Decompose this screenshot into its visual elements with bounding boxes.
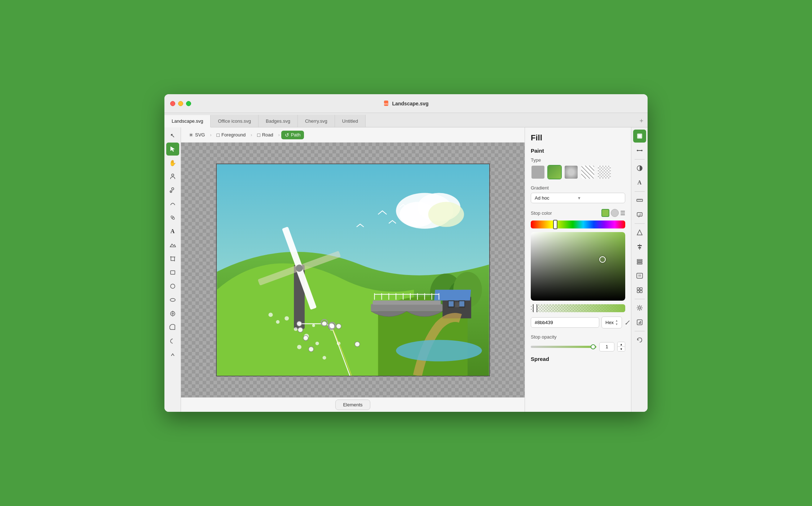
annotation-button[interactable] (633, 208, 646, 221)
eyedropper-button[interactable] (624, 317, 631, 328)
text-tool[interactable]: A (166, 225, 179, 238)
more-shapes-tool[interactable] (166, 348, 179, 361)
canvas-viewport[interactable] (181, 143, 525, 397)
opacity-step-down[interactable]: ▼ (618, 347, 625, 351)
pointer-tool[interactable] (166, 143, 179, 156)
select-tool[interactable]: ↖ (166, 129, 179, 142)
add-tab-button[interactable]: + (635, 115, 648, 127)
pan-tool[interactable]: ✋ (166, 156, 179, 169)
svg-point-48 (396, 340, 482, 362)
traffic-lights (164, 101, 191, 106)
circle-swatch[interactable] (611, 209, 619, 217)
svg-rect-36 (372, 300, 441, 305)
paint-type-selector (531, 165, 625, 179)
svg-rect-35 (371, 304, 442, 311)
crop-tool[interactable] (166, 252, 179, 265)
svg-point-61 (297, 345, 301, 349)
svg-rect-32 (455, 302, 459, 307)
svg-rect-29 (434, 290, 471, 301)
curve-tool[interactable] (166, 197, 179, 210)
paint-type-radial[interactable] (564, 165, 578, 179)
settings-button[interactable] (633, 301, 646, 314)
tab-office-icons[interactable]: Office icons.svg (211, 115, 259, 127)
svg-point-17 (172, 313, 173, 314)
stop-opacity-row: 1 ▲ ▼ (531, 342, 625, 352)
target-tool[interactable] (166, 307, 179, 320)
list-button[interactable] (633, 269, 646, 282)
opacity-value: 1 (599, 342, 614, 352)
node-edit-tool[interactable] (166, 184, 179, 197)
svg-point-14 (171, 284, 175, 288)
tab-cherry[interactable]: Cherry.svg (298, 115, 335, 127)
breadcrumb-road[interactable]: □ Road (253, 131, 277, 139)
hex-input[interactable] (531, 317, 599, 328)
paint-type-linear[interactable] (547, 165, 562, 179)
arc-tool[interactable] (166, 321, 179, 334)
close-button[interactable] (170, 101, 175, 106)
hex-type-selector[interactable]: Hex ▲ ▼ (601, 317, 622, 328)
layers-button[interactable] (633, 255, 646, 268)
svg-marker-2 (171, 147, 175, 152)
titlebar: SVG Landscape.svg (164, 94, 648, 113)
person-tool[interactable] (166, 170, 179, 183)
svg-rect-87 (637, 199, 643, 201)
color-hue-slider[interactable] (531, 221, 625, 228)
stroke-panel-button[interactable] (633, 144, 646, 157)
road-breadcrumb-icon: □ (257, 132, 260, 138)
tab-badges[interactable]: Badges.svg (259, 115, 298, 127)
hex-stepper[interactable]: ▲ ▼ (615, 319, 618, 326)
opacity-slider-thumb[interactable] (591, 344, 596, 349)
opacity-handle[interactable] (533, 304, 537, 312)
path-breadcrumb-icon: ↺ (285, 132, 289, 138)
contrast-button[interactable] (633, 162, 646, 175)
tab-bar: Landscape.svg Office icons.svg Badges.sv… (164, 113, 648, 127)
align-button[interactable] (633, 240, 646, 253)
hue-handle[interactable] (553, 220, 557, 229)
color-picker-handle[interactable] (599, 256, 606, 263)
title-text: Landscape.svg (392, 101, 428, 106)
breadcrumb-path[interactable]: ↺ Path (281, 131, 304, 139)
opacity-strip[interactable] (531, 304, 625, 312)
svg-point-56 (276, 320, 279, 324)
maximize-button[interactable] (186, 101, 191, 106)
svg-point-67 (298, 327, 303, 332)
swatch-menu-icon[interactable]: ☰ (620, 210, 625, 217)
export-button[interactable] (633, 316, 646, 329)
undo-button[interactable] (633, 333, 646, 346)
svg-point-68 (303, 336, 308, 341)
breadcrumb-foreground[interactable]: □ Foreground (213, 131, 249, 139)
moon-tool[interactable] (166, 335, 179, 348)
svg-rect-102 (637, 263, 642, 264)
circle-tool[interactable] (166, 280, 179, 293)
svg-point-69 (308, 347, 313, 352)
green-swatch[interactable] (601, 209, 609, 217)
opacity-step-up[interactable]: ▲ (618, 342, 625, 346)
breadcrumb-svg[interactable]: ✳ SVG (185, 131, 208, 139)
pencil-tool[interactable] (166, 211, 179, 224)
fill-panel-button[interactable] (633, 130, 646, 143)
ellipse-tool[interactable] (166, 293, 179, 306)
paint-type-pattern[interactable] (581, 165, 595, 179)
paint-type-solid[interactable] (531, 165, 545, 179)
minimize-button[interactable] (178, 101, 183, 106)
library-button[interactable] (633, 284, 646, 297)
svg-point-15 (170, 298, 175, 301)
opacity-slider[interactable] (531, 346, 596, 348)
text-style-button[interactable]: A (633, 176, 646, 189)
elements-button[interactable]: Elements (335, 400, 370, 410)
ruler-button[interactable] (633, 194, 646, 207)
color-picker[interactable] (531, 232, 625, 301)
paint-label: Paint (531, 148, 625, 154)
scene-tool[interactable] (166, 239, 179, 252)
shape-library-button[interactable] (633, 226, 646, 239)
svg-point-73 (354, 342, 359, 347)
svg-rect-8 (171, 257, 175, 261)
tab-untitled[interactable]: Untitled (335, 115, 366, 127)
rect-tool[interactable] (166, 266, 179, 279)
svg-point-24 (428, 202, 464, 227)
tab-landscape[interactable]: Landscape.svg (164, 115, 211, 127)
svg-point-110 (639, 307, 641, 309)
stop-color-swatches: ☰ (601, 209, 625, 217)
gradient-dropdown[interactable]: Ad hoc ▾ (531, 193, 625, 203)
paint-type-none[interactable] (597, 165, 612, 179)
